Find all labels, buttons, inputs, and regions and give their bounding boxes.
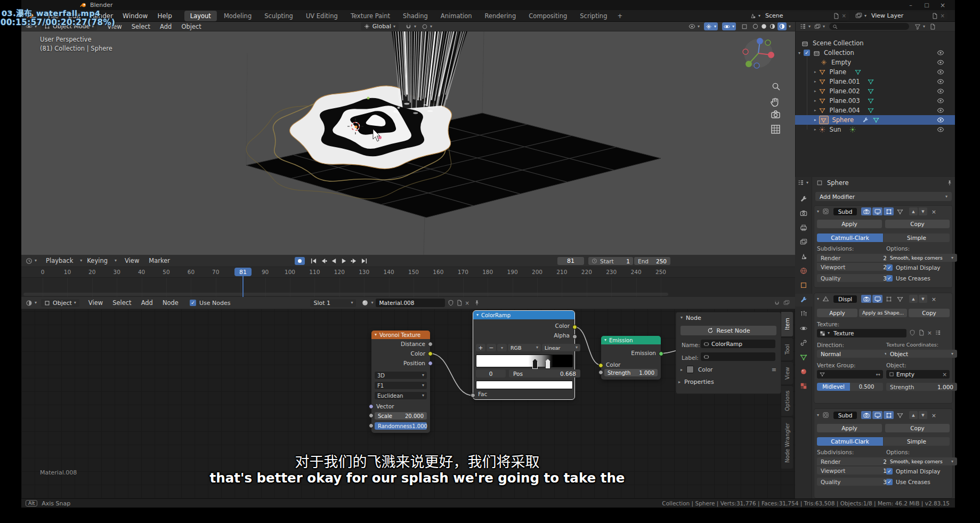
- move-down-button[interactable]: ▼: [919, 295, 927, 303]
- tab-view-layer-icon[interactable]: [800, 238, 807, 246]
- socket-vector[interactable]: [369, 404, 374, 409]
- tab-rendering[interactable]: Rendering: [479, 11, 522, 21]
- overlays-toggle[interactable]: ▾: [722, 22, 736, 30]
- show-object-types-icon[interactable]: [689, 23, 695, 30]
- cage-toggle[interactable]: [895, 207, 905, 215]
- direction-dropdown[interactable]: Normal▾: [817, 350, 890, 358]
- shading-solid-icon[interactable]: [760, 23, 767, 30]
- cage-toggle[interactable]: [895, 411, 905, 419]
- viewport-menu-add[interactable]: Add: [155, 22, 176, 31]
- tab-sculpting[interactable]: Sculpting: [258, 11, 299, 21]
- frame-end-field[interactable]: End 250: [634, 257, 670, 265]
- proportional-edit-icon[interactable]: [422, 23, 428, 30]
- socket-distance[interactable]: [428, 342, 433, 347]
- play-reverse-button[interactable]: [330, 258, 337, 264]
- tab-item[interactable]: Item: [781, 312, 793, 336]
- apply-as-shape-button[interactable]: Apply as Shape...: [859, 309, 907, 317]
- overlay-icon[interactable]: [783, 300, 790, 306]
- shading-material-icon[interactable]: [769, 23, 776, 30]
- unlink-texture-icon[interactable]: ×: [927, 329, 932, 336]
- tab-modifiers-icon[interactable]: [800, 296, 807, 303]
- outliner-row-plane[interactable]: ▸ Plane: [795, 67, 955, 77]
- reset-node-button[interactable]: Reset Node: [681, 326, 776, 335]
- tab-constraints-icon[interactable]: [800, 339, 807, 347]
- expand-icon[interactable]: ▸: [814, 70, 816, 74]
- remove-view-layer-icon[interactable]: ×: [941, 13, 945, 19]
- outliner-row-sphere-selected[interactable]: ▸ Sphere: [795, 115, 955, 125]
- eye-icon[interactable]: [937, 59, 944, 66]
- shader-menu-view[interactable]: View: [84, 298, 108, 308]
- view-layer-name[interactable]: View Layer: [871, 12, 932, 19]
- fake-user-icon[interactable]: [909, 329, 916, 336]
- eye-icon[interactable]: [937, 97, 944, 104]
- move-up-button[interactable]: ▲: [909, 295, 918, 303]
- simple-button[interactable]: Simple: [884, 437, 950, 446]
- displace-object-field[interactable]: Empty ×: [886, 370, 950, 379]
- pin-icon[interactable]: [474, 300, 480, 306]
- voronoi-randomness-field[interactable]: Randomness 1.000: [375, 422, 427, 430]
- tab-output-icon[interactable]: [800, 224, 807, 231]
- cage-toggle[interactable]: [895, 295, 905, 303]
- outliner-row-collection[interactable]: ▾ ✓ Collection: [795, 48, 955, 58]
- xray-toggle-icon[interactable]: [741, 23, 748, 30]
- viewport-menu-select[interactable]: Select: [127, 22, 155, 31]
- pin-icon[interactable]: [946, 180, 953, 186]
- collapse-icon[interactable]: ▾: [817, 413, 819, 417]
- render-toggle[interactable]: [861, 295, 871, 303]
- modifier-name-field[interactable]: Subd: [833, 208, 857, 215]
- gizmos-toggle[interactable]: ▾: [704, 22, 718, 30]
- copy-button[interactable]: Copy: [885, 424, 950, 432]
- tab-layout[interactable]: Layout: [184, 11, 217, 21]
- socket-emission-out[interactable]: [659, 351, 663, 356]
- node-colorramp[interactable]: ▾ ColorRamp Color Alpha + − ▾ RGB▾ Linea…: [473, 311, 574, 399]
- copy-texture-icon[interactable]: [918, 329, 925, 336]
- menu-window[interactable]: Window: [118, 11, 152, 21]
- voronoi-distance-dropdown[interactable]: Euclidean▾: [375, 392, 427, 399]
- catmull-clark-button[interactable]: Catmull-Clark: [817, 234, 883, 242]
- optimal-display-row[interactable]: ✓Optimal Display: [886, 264, 941, 271]
- apply-button[interactable]: Apply: [817, 309, 857, 317]
- show-texture-icon[interactable]: [935, 329, 941, 336]
- tab-particles-icon[interactable]: [800, 310, 807, 318]
- timeline-menu-marker[interactable]: Marker: [144, 256, 175, 265]
- collection-checkbox[interactable]: ✓: [804, 50, 810, 56]
- viewport-toggle[interactable]: [872, 411, 882, 419]
- tab-animation[interactable]: Animation: [435, 11, 478, 21]
- tab-options[interactable]: Options: [781, 386, 793, 416]
- uv-smooth-dropdown[interactable]: Smooth, keep corners▾: [886, 254, 957, 262]
- modifier-name-field[interactable]: Subd: [833, 412, 857, 419]
- auto-keying-button[interactable]: [295, 257, 305, 265]
- node-voronoi-texture[interactable]: ▾ Voronoi Texture Distance Color Positio…: [371, 331, 430, 433]
- jump-to-end-button[interactable]: [361, 258, 368, 264]
- copy-button[interactable]: Copy: [909, 309, 950, 317]
- outliner-row-empty[interactable]: Empty: [795, 58, 955, 67]
- expand-icon[interactable]: ▸: [814, 118, 816, 122]
- interpolation-dropdown[interactable]: Linear▾: [542, 344, 580, 351]
- uv-smooth-dropdown[interactable]: Smooth, keep corners▾: [886, 457, 957, 465]
- apply-button[interactable]: Apply: [817, 220, 882, 228]
- play-button[interactable]: [341, 258, 347, 264]
- tab-world-icon[interactable]: [800, 267, 807, 275]
- scene-name[interactable]: Scene: [765, 12, 833, 19]
- editmode-toggle[interactable]: [884, 411, 894, 419]
- snapping-icon[interactable]: [774, 300, 780, 306]
- frame-start-field[interactable]: Start 1: [588, 257, 633, 265]
- color-ramp-gradient[interactable]: [476, 355, 573, 367]
- collapse-icon[interactable]: ▾: [375, 333, 377, 337]
- tab-texture-paint[interactable]: Texture Paint: [345, 11, 396, 21]
- viewport-canvas[interactable]: User Perspective (81) Collection | Spher…: [21, 31, 795, 255]
- display-mode-icon[interactable]: [814, 23, 821, 30]
- expand-icon[interactable]: ▸: [814, 108, 816, 112]
- menu-help[interactable]: Help: [152, 11, 176, 21]
- outliner-row-plane002[interactable]: ▸ Plane.002: [795, 86, 955, 96]
- outliner-search-input[interactable]: [829, 23, 909, 30]
- expand-icon[interactable]: ▸: [814, 99, 816, 103]
- viewport-field[interactable]: Viewport2: [817, 262, 890, 271]
- tab-tool-icon[interactable]: [800, 195, 807, 203]
- eye-icon[interactable]: [937, 78, 944, 85]
- node-label-field[interactable]: [701, 352, 775, 361]
- midlevel-field[interactable]: Midlevel 0.500: [817, 383, 883, 391]
- expand-icon[interactable]: ▸: [814, 79, 816, 84]
- simple-button[interactable]: Simple: [884, 234, 950, 242]
- viewport-toggle[interactable]: [872, 295, 882, 303]
